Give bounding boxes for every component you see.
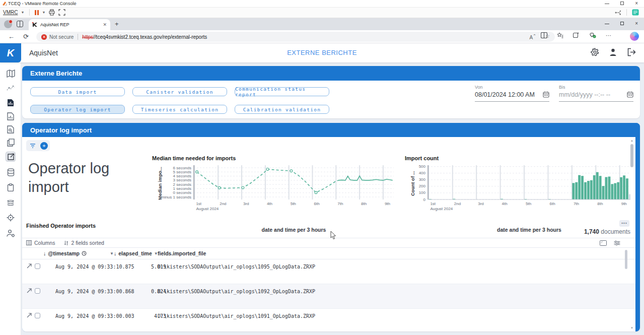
dashboard-scrollbar-thumb[interactable] [630, 144, 633, 167]
browser-restore-button[interactable] [620, 22, 624, 25]
print-screen-icon[interactable] [48, 9, 55, 16]
table-scrollbar-thumb[interactable] [625, 250, 627, 269]
new-tab-button[interactable]: + [115, 20, 119, 28]
report-button-canister-validation[interactable]: Canister validation [132, 87, 227, 96]
report-button-data-import[interactable]: Data import [30, 87, 125, 96]
date-from-label: Von [475, 85, 549, 90]
date-to-label: Bis [559, 85, 633, 90]
wallet-icon[interactable] [589, 32, 596, 38]
report-button-timeseries-calculation[interactable]: Timeseries calculation [132, 105, 227, 114]
column-imported-file[interactable]: fields.imported_file [158, 250, 206, 256]
svg-text:7th: 7th [574, 202, 579, 206]
fullscreen-icon[interactable] [58, 9, 65, 16]
logout-icon[interactable] [627, 48, 636, 56]
panel-options-button[interactable]: ••• [619, 220, 629, 227]
table-row[interactable]: Aug 9, 2024 @ 09:33:00.0034.73D:\kisters… [22, 309, 635, 331]
expand-row-icon[interactable] [27, 313, 32, 319]
sidebar-item-copy-pages[interactable] [6, 138, 16, 148]
console-notes-icon[interactable] [632, 9, 639, 16]
workspaces-icon[interactable] [17, 21, 23, 27]
browser-essentials-icon[interactable] [573, 32, 580, 38]
refresh-icon[interactable]: ⟳ [23, 33, 29, 40]
minimize-button[interactable] [605, 4, 609, 4]
sidebar-item-user-admin[interactable] [6, 228, 16, 238]
user-icon[interactable] [609, 48, 617, 56]
vmware-icon [2, 1, 8, 7]
expand-row-icon[interactable] [27, 263, 32, 270]
copilot-icon[interactable] [630, 32, 639, 41]
calendar-icon[interactable] [627, 91, 633, 98]
report-outline-icon [7, 112, 14, 120]
database-icon [7, 168, 15, 176]
display-options-icon[interactable] [614, 240, 620, 246]
row-checkbox[interactable] [35, 288, 40, 294]
table-row[interactable]: Aug 9, 2024 @ 09:33:00.8680.824D:\kister… [22, 284, 635, 309]
browser-profile-avatar[interactable] [4, 20, 12, 28]
expand-row-icon[interactable] [27, 288, 32, 294]
usb-device-icon[interactable] [615, 10, 621, 16]
filter-button[interactable] [28, 142, 37, 150]
tab-title: AquisNet REP [40, 22, 69, 27]
vmrc-menu[interactable]: VMRC [3, 10, 18, 15]
report-buttons: Data importCanister validationCommunicat… [30, 87, 329, 114]
svg-text:400: 400 [419, 171, 426, 175]
more-options-icon[interactable]: ⋯ [606, 32, 612, 39]
window-titlebar: TCEQ - VMware Remote Console × [0, 0, 644, 8]
read-aloud-icon[interactable]: A⌃ [529, 33, 536, 40]
back-icon[interactable]: ← [8, 33, 15, 40]
column-timestamp[interactable]: ↓ @timestamp ▼ [43, 250, 114, 256]
scroll-up-icon[interactable]: ▲ [630, 139, 633, 142]
calendar-icon[interactable] [543, 91, 549, 98]
date-to-field[interactable]: Bis mm/dd/yyyy --:-- -- [559, 85, 633, 102]
sidebar-item-report-filled[interactable] [6, 98, 16, 108]
svg-text:6th: 6th [550, 202, 555, 206]
svg-text:2nd: 2nd [454, 202, 461, 206]
table-rows: Aug 9, 2024 @ 09:33:10.8755.019D:\kister… [22, 259, 635, 331]
sidebar-item-layers[interactable] [6, 197, 16, 208]
svg-text:500: 500 [419, 165, 426, 169]
close-button[interactable]: × [635, 1, 638, 6]
restore-button[interactable] [620, 2, 624, 5]
chevron-down-icon[interactable]: ▼ [110, 251, 114, 256]
collections-icon[interactable] [557, 32, 563, 38]
split-screen-icon[interactable] [541, 32, 547, 38]
address-bar[interactable]: ✕ Not secure https //tceq4svmkist2.tceq.… [36, 32, 555, 42]
chart-plot[interactable]: 50040030020010001stAugust 20242nd3rd4th5… [404, 165, 630, 216]
main-content: Externe Berichte Data importCanister val… [21, 62, 644, 335]
sidebar-item-locate[interactable] [6, 213, 16, 223]
svg-text:1st: 1st [430, 202, 436, 206]
browser-minimize-button[interactable] [605, 24, 609, 24]
sidebar-item-report-outline[interactable] [6, 111, 16, 121]
settings-gear-icon[interactable] [591, 48, 599, 56]
window-title: TCEQ - VMware Remote Console [8, 1, 77, 6]
sidebar-item-database[interactable] [6, 167, 16, 177]
row-checkbox[interactable] [35, 313, 40, 318]
svg-text:4th: 4th [267, 202, 272, 206]
sidebar-item-timeseries[interactable] [6, 83, 16, 93]
browser-close-button[interactable]: × [635, 21, 638, 26]
columns-button[interactable]: Columns [26, 240, 55, 246]
report-button-operator-log-import[interactable]: Operator log import [30, 105, 125, 114]
chart-plot[interactable]: 6 seconds5 seconds4 seconds3 seconds2 se… [151, 165, 394, 216]
sidebar-item-clipboard[interactable] [6, 182, 16, 192]
dashboard-scrollbar[interactable]: ▲ ▼ [630, 139, 634, 329]
pause-vm-button[interactable] [35, 10, 39, 15]
report-button-communication-status-report[interactable]: Communication status report [235, 87, 329, 96]
fullscreen-table-icon[interactable] [600, 240, 607, 246]
table-row[interactable]: Aug 9, 2024 @ 09:33:10.8755.019D:\kister… [22, 259, 635, 284]
date-from-field[interactable]: Von 08/01/2024 12:00 AM [475, 85, 549, 102]
report-filled-icon [7, 99, 14, 107]
sidebar-item-document-search[interactable] [6, 124, 16, 135]
scroll-down-icon[interactable]: ▼ [630, 326, 633, 329]
tab-close-icon[interactable]: ✕ [103, 22, 107, 27]
column-elapsed-time[interactable]: ↓ elapsed_time ▼ [114, 250, 158, 256]
pause-caret-icon[interactable]: ▼ [42, 11, 45, 14]
row-checkbox[interactable] [35, 263, 40, 269]
tab-aquisnet-rep[interactable]: AquisNet REP ✕ [29, 19, 110, 30]
add-filter-button[interactable]: + [40, 142, 48, 150]
sidebar-item-map[interactable] [6, 69, 16, 79]
sort-fields-button[interactable]: 2 fields sorted [64, 240, 104, 246]
report-button-calibration-validation[interactable]: Calibration validation [235, 105, 329, 114]
layers-icon [7, 199, 15, 207]
sidebar-item-external-reports[interactable] [6, 152, 16, 162]
